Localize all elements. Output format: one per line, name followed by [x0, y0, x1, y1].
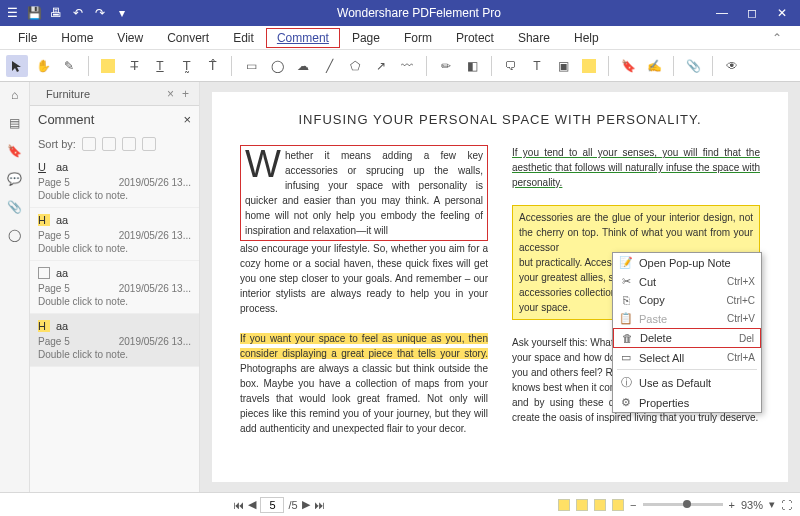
hand-tool-icon[interactable]: ✋	[32, 55, 54, 77]
sort-author-icon[interactable]	[122, 137, 136, 151]
ctx-label: Cut	[639, 276, 656, 288]
document-viewport[interactable]: INFUSING YOUR PERSONAL SPACE WITH PERSON…	[200, 82, 800, 492]
comment-item[interactable]: Haa Page 52019/05/26 13... Double click …	[30, 208, 199, 261]
caret-icon[interactable]: T̂	[201, 55, 223, 77]
edit-tool-icon[interactable]: ✎	[58, 55, 80, 77]
print-icon[interactable]: 🖶	[48, 5, 64, 21]
ctx-open-popup[interactable]: 📝Open Pop-up Note	[613, 253, 761, 272]
menu-convert[interactable]: Convert	[155, 28, 221, 48]
menu-page[interactable]: Page	[340, 28, 392, 48]
two-continuous-icon[interactable]	[612, 499, 624, 511]
area-highlight-icon[interactable]	[578, 55, 600, 77]
minimize-icon[interactable]: —	[708, 3, 736, 23]
menu-edit[interactable]: Edit	[221, 28, 266, 48]
ctx-copy[interactable]: ⎘CopyCtrl+C	[613, 291, 761, 309]
zoom-in-icon[interactable]: +	[729, 499, 735, 511]
menu-view[interactable]: View	[105, 28, 155, 48]
tab-close-icon[interactable]: ×	[163, 87, 178, 101]
attachment-tool-icon[interactable]: 📎	[682, 55, 704, 77]
ctx-label: Paste	[639, 313, 667, 325]
highlight-tool-icon[interactable]	[97, 55, 119, 77]
sort-type-icon[interactable]	[142, 137, 156, 151]
stamp-tool-icon[interactable]: 🔖	[617, 55, 639, 77]
two-page-icon[interactable]	[594, 499, 606, 511]
qat-dropdown-icon[interactable]: ▾	[114, 5, 130, 21]
note-tool-icon[interactable]: 🗨	[500, 55, 522, 77]
menu-protect[interactable]: Protect	[444, 28, 506, 48]
menu-help[interactable]: Help	[562, 28, 611, 48]
menu-share[interactable]: Share	[506, 28, 562, 48]
last-page-icon[interactable]: ⏭	[314, 499, 325, 511]
menu-file[interactable]: File	[6, 28, 49, 48]
menu-home[interactable]: Home	[49, 28, 105, 48]
select-tool-icon[interactable]	[6, 55, 28, 77]
ctx-cut[interactable]: ✂CutCtrl+X	[613, 272, 761, 291]
textbox-tool-icon[interactable]: ▣	[552, 55, 574, 77]
red-annotation-box[interactable]: Whether it means adding a few key access…	[240, 145, 488, 241]
ctx-use-default[interactable]: ⓘUse as Default	[613, 372, 761, 393]
continuous-page-icon[interactable]	[576, 499, 588, 511]
ctx-properties[interactable]: ⚙Properties	[613, 393, 761, 412]
zoom-slider[interactable]	[643, 503, 723, 506]
ribbon-collapse-icon[interactable]: ⌃	[760, 28, 794, 48]
bookmarks-icon[interactable]: 🔖	[6, 142, 24, 160]
comment-author: aa	[56, 267, 68, 279]
menu-comment[interactable]: Comment	[266, 28, 340, 48]
strikethrough-icon[interactable]: T̶	[123, 55, 145, 77]
attachments-icon[interactable]: 📎	[6, 198, 24, 216]
comment-item[interactable]: Uaa Page 52019/05/26 13... Double click …	[30, 155, 199, 208]
next-page-icon[interactable]: ▶	[302, 498, 310, 511]
sort-time-icon[interactable]	[102, 137, 116, 151]
undo-icon[interactable]: ↶	[70, 5, 86, 21]
line-shape-icon[interactable]: ╱	[318, 55, 340, 77]
save-icon[interactable]: 💾	[26, 5, 42, 21]
maximize-icon[interactable]: ◻	[738, 3, 766, 23]
panel-close-icon[interactable]: ×	[183, 112, 191, 127]
cloud-shape-icon[interactable]: ☁	[292, 55, 314, 77]
zoom-dropdown-icon[interactable]: ▾	[769, 498, 775, 511]
separator	[426, 56, 427, 76]
eraser-tool-icon[interactable]: ◧	[461, 55, 483, 77]
polygon-shape-icon[interactable]: ⬠	[344, 55, 366, 77]
tab-furniture[interactable]: Furniture	[36, 85, 100, 103]
titlebar: ☰ 💾 🖶 ↶ ↷ ▾ Wondershare PDFelement Pro —…	[0, 0, 800, 26]
zoom-knob[interactable]	[683, 500, 691, 508]
signature-tool-icon[interactable]: ✍	[643, 55, 665, 77]
pages-icon[interactable]: ▤	[6, 114, 24, 132]
ctx-delete[interactable]: 🗑DeleteDel	[613, 328, 761, 348]
single-page-icon[interactable]	[558, 499, 570, 511]
arrow-shape-icon[interactable]: ↗	[370, 55, 392, 77]
comment-item[interactable]: aa Page 52019/05/26 13... Double click t…	[30, 261, 199, 314]
close-icon[interactable]: ✕	[768, 3, 796, 23]
redo-icon[interactable]: ↷	[92, 5, 108, 21]
squiggly-icon[interactable]: T̰	[175, 55, 197, 77]
pencil-tool-icon[interactable]: ✏	[435, 55, 457, 77]
connected-lines-icon[interactable]: 〰	[396, 55, 418, 77]
comments-icon[interactable]: 💬	[6, 170, 24, 188]
underline-annotation[interactable]: If you tend to all your senses, you will…	[512, 147, 760, 188]
fullscreen-icon[interactable]: ⛶	[781, 499, 792, 511]
search-icon[interactable]: ◯	[6, 226, 24, 244]
typewriter-tool-icon[interactable]: T	[526, 55, 548, 77]
tab-add-icon[interactable]: +	[178, 87, 193, 101]
highlight-annotation[interactable]: If you want your space to feel as unique…	[240, 333, 488, 359]
oval-shape-icon[interactable]: ◯	[266, 55, 288, 77]
thumbnails-icon[interactable]: ⌂	[6, 86, 24, 104]
prev-page-icon[interactable]: ◀	[248, 498, 256, 511]
menu-icon[interactable]: ☰	[4, 5, 20, 21]
ctx-shortcut: Del	[739, 333, 754, 344]
menu-form[interactable]: Form	[392, 28, 444, 48]
right2a: Accessories are the glue of your interio…	[519, 212, 753, 253]
ctx-shortcut: Ctrl+A	[727, 352, 755, 363]
comment-item[interactable]: Haa Page 52019/05/26 13... Double click …	[30, 314, 199, 367]
rectangle-shape-icon[interactable]: ▭	[240, 55, 262, 77]
app-title: Wondershare PDFelement Pro	[130, 6, 708, 20]
zoom-out-icon[interactable]: −	[630, 499, 636, 511]
first-page-icon[interactable]: ⏮	[233, 499, 244, 511]
ctx-label: Use as Default	[639, 377, 711, 389]
ctx-select-all[interactable]: ▭Select AllCtrl+A	[613, 348, 761, 367]
underline-icon[interactable]: T	[149, 55, 171, 77]
hide-annotation-icon[interactable]: 👁	[721, 55, 743, 77]
sort-page-icon[interactable]	[82, 137, 96, 151]
page-input[interactable]	[260, 497, 284, 513]
